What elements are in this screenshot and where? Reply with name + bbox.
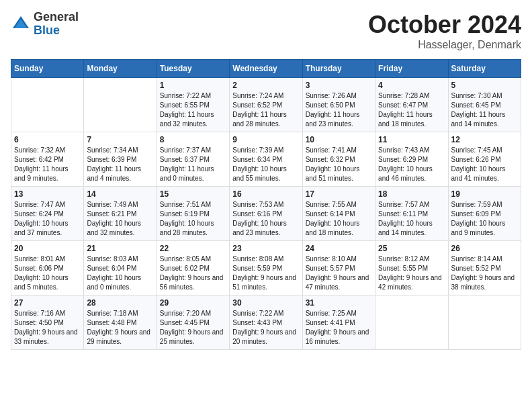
day-info: Sunrise: 7:22 AMSunset: 4:43 PMDaylight:… <box>232 309 299 347</box>
day-info: Sunrise: 8:05 AMSunset: 6:02 PMDaylight:… <box>160 255 226 292</box>
day-cell: 20Sunrise: 8:01 AMSunset: 6:06 PMDayligh… <box>11 241 84 295</box>
day-cell <box>448 295 521 350</box>
col-header-thursday: Thursday <box>302 60 375 78</box>
day-cell: 12Sunrise: 7:45 AMSunset: 6:26 PMDayligh… <box>448 132 521 187</box>
day-info: Sunrise: 7:18 AMSunset: 4:48 PMDaylight:… <box>87 309 153 347</box>
week-row-5: 27Sunrise: 7:16 AMSunset: 4:50 PMDayligh… <box>11 295 521 350</box>
day-cell: 29Sunrise: 7:20 AMSunset: 4:45 PMDayligh… <box>157 295 229 350</box>
day-info: Sunrise: 7:45 AMSunset: 6:26 PMDaylight:… <box>451 146 518 183</box>
day-number: 13 <box>14 189 81 199</box>
day-info: Sunrise: 8:03 AMSunset: 6:04 PMDaylight:… <box>87 255 153 292</box>
calendar-table: SundayMondayTuesdayWednesdayThursdayFrid… <box>11 59 521 350</box>
day-number: 17 <box>306 189 372 199</box>
day-number: 29 <box>160 298 226 308</box>
day-info: Sunrise: 8:01 AMSunset: 6:06 PMDaylight:… <box>14 255 81 292</box>
day-info: Sunrise: 8:14 AMSunset: 5:52 PMDaylight:… <box>451 255 518 292</box>
day-info: Sunrise: 7:16 AMSunset: 4:50 PMDaylight:… <box>14 309 81 347</box>
day-cell: 2Sunrise: 7:24 AMSunset: 6:52 PMDaylight… <box>230 78 302 132</box>
day-info: Sunrise: 7:26 AMSunset: 6:50 PMDaylight:… <box>306 91 372 129</box>
col-header-sunday: Sunday <box>11 60 84 78</box>
logo-icon <box>11 14 31 34</box>
day-cell: 9Sunrise: 7:39 AMSunset: 6:34 PMDaylight… <box>230 132 302 187</box>
col-header-wednesday: Wednesday <box>230 60 302 78</box>
day-cell: 6Sunrise: 7:32 AMSunset: 6:42 PMDaylight… <box>11 132 84 187</box>
day-info: Sunrise: 7:49 AMSunset: 6:21 PMDaylight:… <box>87 200 153 238</box>
day-cell: 3Sunrise: 7:26 AMSunset: 6:50 PMDaylight… <box>302 78 375 132</box>
header-row: SundayMondayTuesdayWednesdayThursdayFrid… <box>11 60 521 78</box>
day-number: 21 <box>87 244 153 253</box>
day-info: Sunrise: 7:39 AMSunset: 6:34 PMDaylight:… <box>232 146 299 183</box>
day-number: 19 <box>451 189 518 199</box>
day-info: Sunrise: 7:32 AMSunset: 6:42 PMDaylight:… <box>14 146 81 183</box>
col-header-friday: Friday <box>375 60 448 78</box>
day-number: 27 <box>14 298 81 308</box>
day-cell <box>375 295 448 350</box>
day-info: Sunrise: 7:34 AMSunset: 6:39 PMDaylight:… <box>87 146 153 183</box>
day-cell: 13Sunrise: 7:47 AMSunset: 6:24 PMDayligh… <box>11 187 84 241</box>
day-number: 6 <box>14 135 81 144</box>
day-number: 15 <box>160 189 226 199</box>
day-cell: 18Sunrise: 7:57 AMSunset: 6:11 PMDayligh… <box>375 187 448 241</box>
day-number: 10 <box>306 135 372 144</box>
day-info: Sunrise: 7:25 AMSunset: 4:41 PMDaylight:… <box>306 309 372 347</box>
day-info: Sunrise: 8:08 AMSunset: 5:59 PMDaylight:… <box>232 255 299 292</box>
day-cell: 1Sunrise: 7:22 AMSunset: 6:55 PMDaylight… <box>157 78 229 132</box>
logo-general: General <box>34 11 79 24</box>
day-number: 26 <box>451 244 518 253</box>
day-info: Sunrise: 7:28 AMSunset: 6:47 PMDaylight:… <box>378 91 445 129</box>
day-number: 30 <box>232 298 299 308</box>
day-number: 3 <box>306 81 372 90</box>
day-number: 20 <box>14 244 81 253</box>
day-cell: 23Sunrise: 8:08 AMSunset: 5:59 PMDayligh… <box>230 241 302 295</box>
day-number: 2 <box>232 81 299 90</box>
day-number: 1 <box>160 81 226 90</box>
day-number: 14 <box>87 189 153 199</box>
day-cell: 24Sunrise: 8:10 AMSunset: 5:57 PMDayligh… <box>302 241 375 295</box>
day-info: Sunrise: 7:57 AMSunset: 6:11 PMDaylight:… <box>378 200 445 238</box>
week-row-3: 13Sunrise: 7:47 AMSunset: 6:24 PMDayligh… <box>11 187 521 241</box>
day-number: 11 <box>378 135 445 144</box>
day-cell: 8Sunrise: 7:37 AMSunset: 6:37 PMDaylight… <box>157 132 229 187</box>
day-number: 9 <box>232 135 299 144</box>
day-info: Sunrise: 7:41 AMSunset: 6:32 PMDaylight:… <box>306 146 372 183</box>
day-cell: 21Sunrise: 8:03 AMSunset: 6:04 PMDayligh… <box>84 241 157 295</box>
day-number: 23 <box>232 244 299 253</box>
week-row-2: 6Sunrise: 7:32 AMSunset: 6:42 PMDaylight… <box>11 132 521 187</box>
day-number: 4 <box>378 81 445 90</box>
day-number: 12 <box>451 135 518 144</box>
day-info: Sunrise: 7:20 AMSunset: 4:45 PMDaylight:… <box>160 309 226 347</box>
day-number: 22 <box>160 244 226 253</box>
day-cell <box>11 78 84 132</box>
day-cell: 25Sunrise: 8:12 AMSunset: 5:55 PMDayligh… <box>375 241 448 295</box>
day-cell: 11Sunrise: 7:43 AMSunset: 6:29 PMDayligh… <box>375 132 448 187</box>
day-number: 18 <box>378 189 445 199</box>
day-number: 8 <box>160 135 226 144</box>
day-info: Sunrise: 7:24 AMSunset: 6:52 PMDaylight:… <box>232 91 299 129</box>
day-cell: 26Sunrise: 8:14 AMSunset: 5:52 PMDayligh… <box>448 241 521 295</box>
col-header-tuesday: Tuesday <box>157 60 229 78</box>
day-info: Sunrise: 7:51 AMSunset: 6:19 PMDaylight:… <box>160 200 226 238</box>
week-row-4: 20Sunrise: 8:01 AMSunset: 6:06 PMDayligh… <box>11 241 521 295</box>
day-number: 31 <box>306 298 372 308</box>
day-cell: 4Sunrise: 7:28 AMSunset: 6:47 PMDaylight… <box>375 78 448 132</box>
day-cell: 31Sunrise: 7:25 AMSunset: 4:41 PMDayligh… <box>302 295 375 350</box>
day-info: Sunrise: 8:12 AMSunset: 5:55 PMDaylight:… <box>378 255 445 292</box>
day-cell: 22Sunrise: 8:05 AMSunset: 6:02 PMDayligh… <box>157 241 229 295</box>
day-info: Sunrise: 7:22 AMSunset: 6:55 PMDaylight:… <box>160 91 226 129</box>
logo: General Blue <box>11 11 79 38</box>
month-title: October 2024 <box>368 11 521 39</box>
day-info: Sunrise: 8:10 AMSunset: 5:57 PMDaylight:… <box>306 255 372 292</box>
day-cell: 19Sunrise: 7:59 AMSunset: 6:09 PMDayligh… <box>448 187 521 241</box>
day-number: 16 <box>232 189 299 199</box>
day-info: Sunrise: 7:47 AMSunset: 6:24 PMDaylight:… <box>14 200 81 238</box>
day-cell: 30Sunrise: 7:22 AMSunset: 4:43 PMDayligh… <box>230 295 302 350</box>
day-info: Sunrise: 7:55 AMSunset: 6:14 PMDaylight:… <box>306 200 372 238</box>
day-cell: 10Sunrise: 7:41 AMSunset: 6:32 PMDayligh… <box>302 132 375 187</box>
day-number: 25 <box>378 244 445 253</box>
title-block: October 2024 Hasselager, Denmark <box>368 11 521 51</box>
day-info: Sunrise: 7:53 AMSunset: 6:16 PMDaylight:… <box>232 200 299 238</box>
day-info: Sunrise: 7:43 AMSunset: 6:29 PMDaylight:… <box>378 146 445 183</box>
day-number: 5 <box>451 81 518 90</box>
day-info: Sunrise: 7:30 AMSunset: 6:45 PMDaylight:… <box>451 91 518 129</box>
day-info: Sunrise: 7:37 AMSunset: 6:37 PMDaylight:… <box>160 146 226 183</box>
